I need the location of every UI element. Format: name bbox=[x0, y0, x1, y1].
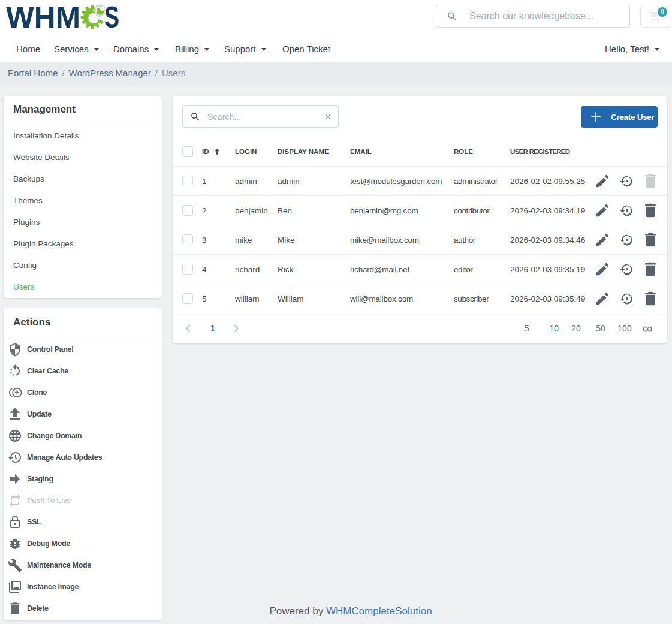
svg-text:S: S bbox=[104, 1, 119, 32]
svg-text:WHM: WHM bbox=[6, 1, 80, 32]
